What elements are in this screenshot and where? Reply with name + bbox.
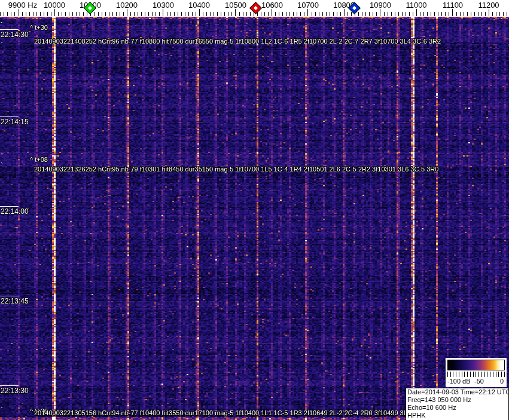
db-color-scale: -100 dB -50 0 <box>446 358 507 387</box>
edge-mark: ` <box>1 409 3 412</box>
time-tick <box>0 117 19 117</box>
freq-tick-label: 11100 <box>443 1 463 10</box>
time-tick <box>0 206 19 207</box>
freq-tick-label: 10900 <box>370 1 391 10</box>
event-log-line: 20140903221326252 hCnt95 nb-79 f10301 hi… <box>34 165 438 173</box>
info-date-time: Date=2014-09-03 Time=22:12 UTC <box>406 388 508 396</box>
time-label: 22:13:30 <box>1 387 29 395</box>
spectrogram-canvas <box>0 0 509 420</box>
freq-tick-label: 11000 <box>406 1 426 10</box>
db-scale-label: -100 dB <box>447 378 471 385</box>
time-label: 22:14:00 <box>1 207 29 216</box>
event-log-line: 20140903221305156 hCnt94 nb-77 f10400 hi… <box>34 409 416 416</box>
db-scale-label: -50 <box>474 378 484 385</box>
time-label: 22:14:15 <box>1 118 29 126</box>
color-scale-ticks <box>447 372 505 377</box>
freq-tick-label: 10700 <box>297 1 319 10</box>
frequency-ruler: 9900 Hz 10000 10100 10200 10300 10400 10… <box>0 0 509 17</box>
freq-tick-label: 10300 <box>153 1 174 10</box>
time-tick <box>0 296 19 296</box>
freq-tick-label: 10200 <box>116 1 138 10</box>
freq-tick-label: 10600 <box>261 1 283 10</box>
event-marker: ^ t+08 <box>30 156 48 163</box>
red-diamond-marker-icon[interactable] <box>250 2 261 13</box>
freq-tick-label: 10000 <box>44 1 65 10</box>
color-gradient-bar <box>447 360 505 370</box>
event-log-line: 20140903221408252 hCnt96 nb-77 f10800 hi… <box>34 38 441 45</box>
info-callsign: HPHK <box>406 412 508 419</box>
info-freq: Freq=143 050 000 Hz <box>406 396 508 404</box>
freq-tick-label: 9900 Hz <box>8 1 37 10</box>
info-echo: Echo=10 600 Hz <box>406 404 508 412</box>
freq-tick-label: 10500 <box>225 1 246 10</box>
edge-mark: ` <box>1 164 3 168</box>
time-label: 22:14:30 <box>1 30 29 39</box>
event-marker: ^ t+30 <box>30 24 48 31</box>
status-info-box: Date=2014-09-03 Time=22:12 UTC Freq=143 … <box>406 388 509 420</box>
time-label: 22:13:45 <box>1 297 29 305</box>
freq-tick-label: 10400 <box>188 1 210 10</box>
spectrogram-app: 9900 Hz 10000 10100 10200 10300 10400 10… <box>0 0 509 420</box>
edge-mark: ` <box>1 24 3 27</box>
freq-tick-label: 11200 <box>478 1 499 10</box>
edge-mark: ` <box>1 44 3 47</box>
db-scale-label: 0 <box>500 378 504 385</box>
edge-mark: ` <box>1 155 3 159</box>
time-tick <box>0 385 19 386</box>
